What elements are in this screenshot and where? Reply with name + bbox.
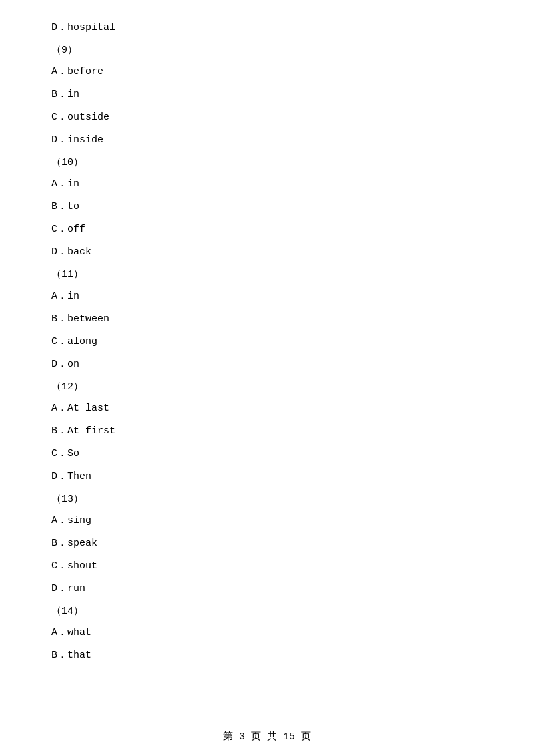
page-footer: 第 3 页 共 15 页 (0, 730, 534, 743)
option-item: D．Then (51, 469, 483, 485)
question-number: （10） (51, 155, 483, 171)
option-item: B．between (51, 311, 483, 327)
option-item: D．inside (51, 132, 483, 148)
main-content: D．hospital（9）A．beforeB．inC．outsideD．insi… (0, 0, 534, 711)
option-item: A．what (51, 625, 483, 641)
footer-text: 第 3 页 共 15 页 (223, 731, 311, 743)
option-item: C．shout (51, 558, 483, 574)
question-number: （13） (51, 492, 483, 508)
question-number: （14） (51, 604, 483, 620)
option-item: D．back (51, 244, 483, 260)
option-item: A．in (51, 289, 483, 305)
option-item: D．run (51, 581, 483, 597)
option-item: A．in (51, 176, 483, 192)
option-item: C．off (51, 222, 483, 238)
option-item: C．outside (51, 110, 483, 126)
option-item: B．speak (51, 536, 483, 552)
option-item: D．hospital (51, 20, 483, 36)
option-item: B．to (51, 199, 483, 215)
option-item: A．sing (51, 513, 483, 529)
option-item: D．on (51, 357, 483, 373)
option-item: C．along (51, 334, 483, 350)
option-item: B．that (51, 648, 483, 664)
option-item: C．So (51, 446, 483, 462)
option-item: B．in (51, 87, 483, 103)
option-item: B．At first (51, 423, 483, 439)
option-item: A．At last (51, 401, 483, 417)
option-item: A．before (51, 64, 483, 80)
question-number: （11） (51, 267, 483, 283)
question-number: （12） (51, 379, 483, 395)
question-number: （9） (51, 43, 483, 59)
